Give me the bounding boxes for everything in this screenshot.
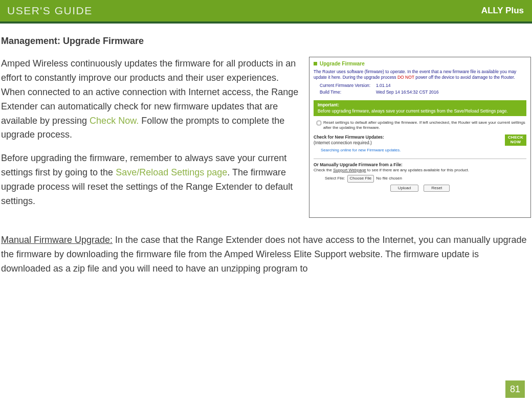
page-title: Management: Upgrade Firmware [0,36,532,57]
ss-file-row: Select File: Choose File No file chosen [325,175,526,182]
ss-title: Upgrade Firmware [320,60,365,67]
ss-reset-checkbox-row: Reset settings to default after updating… [317,120,526,131]
paragraph-2: Before upgrading the firmware, remember … [1,151,300,209]
ss-description: The Router uses software (firmware) to o… [314,69,526,80]
manual-upgrade-label: Manual Firmware Upgrade: [1,235,113,245]
divider [314,159,526,159]
check-now-link[interactable]: Check Now. [90,116,139,126]
ss-manual-title: Or Manually Upgrade Firmware from a File… [314,162,526,168]
embedded-screenshot: Upgrade Firmware The Router uses softwar… [309,57,531,218]
upload-button[interactable]: Upload [390,185,418,192]
square-icon [314,62,317,65]
support-webpage-link[interactable]: Support Webpage [333,168,366,172]
manual-upgrade-paragraph: Manual Firmware Upgrade: In the case tha… [0,218,532,276]
ss-manual-desc: Check the Support Webpage to see if ther… [314,168,526,173]
ss-check-new-row: Check for New Firmware Updates: (Interne… [314,134,526,146]
ss-important-box: Important: Before upgrading firmware, al… [314,100,526,116]
ss-button-row: Upload Reset [314,185,526,192]
body-text: Amped Wireless continuously updates the … [1,57,300,218]
reset-checkbox[interactable] [317,121,321,125]
ss-version-row: Current Firmware Version: 1.01.14 [320,83,526,88]
header-title-right: ALLY Plus [481,6,524,16]
header-title-left: USER'S GUIDE [7,5,93,17]
content: Management: Upgrade Firmware Amped Wirel… [0,24,532,276]
page-number: 81 [505,380,525,398]
reset-button[interactable]: Reset [424,185,450,192]
choose-file-button[interactable]: Choose File [347,175,374,182]
ss-searching-text: Searching online for new Firmware update… [321,148,526,153]
ss-build-row: Build Time: Wed Sep 14 16:54:32 CST 2016 [320,89,526,95]
save-reload-link[interactable]: Save/Reload Settings page [116,167,227,177]
check-now-button[interactable]: CHECK NOW [505,134,526,146]
paragraph-1: Amped Wireless continuously updates the … [1,57,300,142]
page-header: USER'S GUIDE ALLY Plus [0,0,532,24]
